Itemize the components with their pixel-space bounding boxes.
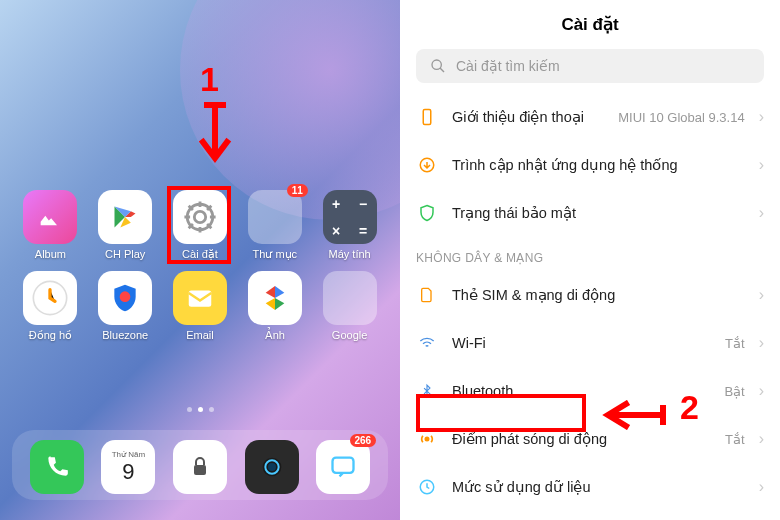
svg-point-12	[425, 437, 428, 440]
security-icon	[416, 202, 438, 224]
chevron-right-icon: ›	[759, 286, 764, 304]
chevron-right-icon: ›	[759, 156, 764, 174]
shield-icon	[98, 271, 152, 325]
folder-icon: 11	[248, 190, 302, 244]
app-album[interactable]: Album	[18, 190, 83, 261]
dock: Thứ Năm9 266	[12, 430, 388, 500]
section-header: KHÔNG DÂY & MẠNG	[400, 237, 780, 271]
lock-icon	[173, 440, 227, 494]
row-data-usage[interactable]: Mức sử dụng dữ liệu ›	[400, 463, 780, 511]
app-label: Album	[35, 248, 66, 260]
row-label: Mức sử dụng dữ liệu	[452, 479, 745, 495]
clock-icon	[23, 271, 77, 325]
svg-rect-4	[194, 465, 206, 475]
calendar-icon: Thứ Năm9	[101, 440, 155, 494]
chevron-right-icon: ›	[759, 204, 764, 222]
row-wifi[interactable]: Wi-Fi Tắt ›	[400, 319, 780, 367]
row-label: Giới thiệu điện thoại	[452, 109, 604, 125]
app-label: Email	[186, 329, 214, 341]
row-label: Trạng thái bảo mật	[452, 205, 745, 221]
dock-calendar[interactable]: Thứ Năm9	[98, 440, 160, 494]
chevron-right-icon: ›	[759, 478, 764, 496]
sim-icon	[416, 284, 438, 306]
app-photos[interactable]: Ảnh	[242, 271, 307, 342]
home-screen: Album CH Play Cài đặt 11Thư mục +−×=Máy …	[0, 0, 400, 520]
photos-icon	[248, 271, 302, 325]
app-bluezone[interactable]: Bluezone	[93, 271, 158, 342]
search-placeholder: Cài đặt tìm kiếm	[456, 58, 560, 74]
play-store-icon	[98, 190, 152, 244]
svg-point-7	[268, 463, 276, 471]
app-label: Google	[332, 329, 367, 341]
annotation-highlight-bluetooth	[416, 394, 586, 432]
dock-security[interactable]	[169, 440, 231, 494]
row-label: Wi-Fi	[452, 335, 711, 351]
row-value: Bật	[724, 384, 744, 399]
row-label: Trình cập nhật ứng dụng hệ thống	[452, 157, 745, 173]
annotation-step-1: 1	[200, 60, 219, 99]
app-label: Máy tính	[329, 248, 371, 260]
svg-rect-8	[333, 458, 354, 473]
chevron-right-icon: ›	[759, 334, 764, 352]
app-label: CH Play	[105, 248, 145, 260]
page-indicator	[0, 407, 400, 412]
row-system-update[interactable]: Trình cập nhật ứng dụng hệ thống ›	[400, 141, 780, 189]
search-input[interactable]: Cài đặt tìm kiếm	[416, 49, 764, 83]
wifi-icon	[416, 332, 438, 354]
row-label: Thẻ SIM & mạng di động	[452, 287, 745, 303]
app-label: Đồng hồ	[29, 329, 72, 342]
data-usage-icon	[416, 476, 438, 498]
row-security-status[interactable]: Trạng thái bảo mật ›	[400, 189, 780, 237]
gallery-icon	[23, 190, 77, 244]
row-about-phone[interactable]: Giới thiệu điện thoại MIUI 10 Global 9.3…	[400, 93, 780, 141]
app-label: Thư mục	[253, 248, 298, 261]
app-label: Ảnh	[265, 329, 285, 342]
app-calculator[interactable]: +−×=Máy tính	[317, 190, 382, 261]
annotation-arrow-down	[195, 100, 235, 180]
svg-point-9	[432, 60, 441, 69]
badge: 266	[350, 434, 377, 447]
phone-info-icon	[416, 106, 438, 128]
page-title: Cài đặt	[400, 0, 780, 49]
row-value: Tắt	[725, 336, 745, 351]
app-email[interactable]: Email	[168, 271, 233, 342]
row-value: MIUI 10 Global 9.3.14	[618, 110, 744, 125]
settings-screen: Cài đặt Cài đặt tìm kiếm Giới thiệu điện…	[400, 0, 780, 520]
chat-icon: 266	[316, 440, 370, 494]
update-icon	[416, 154, 438, 176]
chevron-right-icon: ›	[759, 108, 764, 126]
envelope-icon	[173, 271, 227, 325]
camera-icon	[245, 440, 299, 494]
annotation-highlight-settings	[167, 186, 231, 264]
svg-rect-10	[423, 110, 431, 125]
dock-phone[interactable]	[26, 440, 88, 494]
badge: 11	[287, 184, 308, 197]
app-clock[interactable]: Đồng hồ	[18, 271, 83, 342]
annotation-arrow-left	[598, 400, 668, 430]
search-icon	[430, 58, 446, 74]
row-sim[interactable]: Thẻ SIM & mạng di động ›	[400, 271, 780, 319]
phone-icon	[30, 440, 84, 494]
svg-rect-3	[189, 291, 212, 307]
dock-camera[interactable]	[241, 440, 303, 494]
annotation-step-2: 2	[680, 388, 699, 427]
row-label: Điểm phát sóng di động	[452, 431, 711, 447]
app-folder[interactable]: 11Thư mục	[242, 190, 307, 261]
folder-icon	[323, 271, 377, 325]
app-google-folder[interactable]: Google	[317, 271, 382, 342]
dock-messages[interactable]: 266	[312, 440, 374, 494]
calculator-icon: +−×=	[323, 190, 377, 244]
app-label: Bluezone	[102, 329, 148, 341]
row-value: Tắt	[725, 432, 745, 447]
chevron-right-icon: ›	[759, 430, 764, 448]
app-chplay[interactable]: CH Play	[93, 190, 158, 261]
chevron-right-icon: ›	[759, 382, 764, 400]
